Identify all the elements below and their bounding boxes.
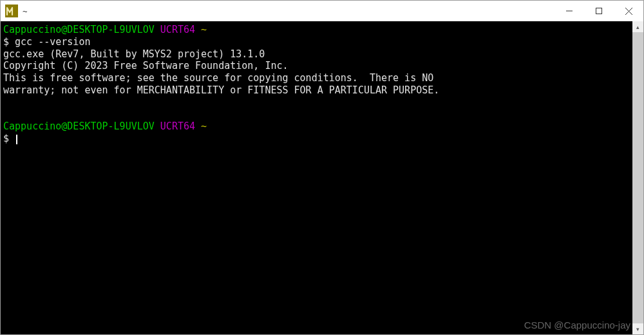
prompt-userhost: Cappuccino@DESKTOP-L9UVLOV: [3, 24, 155, 35]
command-text: gcc --version: [15, 36, 90, 48]
window-title: ~: [23, 6, 28, 16]
output-line: warranty; not even for MERCHANTABILITY o…: [3, 84, 629, 97]
prompt-symbol: $: [3, 133, 9, 144]
terminal-content[interactable]: Cappuccino@DESKTOP-L9UVLOV UCRT64 ~$ gcc…: [1, 21, 632, 334]
titlebar: ~: [1, 1, 643, 21]
window-controls: [554, 1, 643, 21]
output-line: Copyright (C) 2023 Free Software Foundat…: [3, 60, 629, 72]
prompt-dir: ~: [201, 24, 207, 35]
prompt-userhost: Cappuccino@DESKTOP-L9UVLOV: [3, 120, 155, 132]
svg-rect-2: [596, 8, 602, 14]
vertical-scrollbar[interactable]: ▴ ▾: [632, 21, 643, 334]
prompt-line-1: Cappuccino@DESKTOP-L9UVLOV UCRT64 ~: [3, 24, 629, 36]
terminal-body: Cappuccino@DESKTOP-L9UVLOV UCRT64 ~$ gcc…: [1, 21, 643, 334]
blank-line: [3, 108, 629, 120]
output-line: gcc.exe (Rev7, Built by MSYS2 project) 1…: [3, 48, 629, 61]
close-button[interactable]: [614, 1, 643, 21]
prompt-symbol: $: [3, 36, 9, 48]
prompt-dir: ~: [201, 120, 207, 132]
terminal-window: ~ Cappuccino@DESKTOP-L9UVLOV UCRT64 ~$ g…: [0, 0, 644, 335]
cursor-icon: [16, 135, 17, 144]
scroll-up-icon[interactable]: ▴: [632, 21, 643, 32]
maximize-button[interactable]: [584, 1, 614, 21]
prompt-line-2: Cappuccino@DESKTOP-L9UVLOV UCRT64 ~: [3, 120, 629, 133]
scroll-thumb[interactable]: [632, 32, 643, 323]
output-line: This is free software; see the source fo…: [3, 72, 629, 84]
minimize-button[interactable]: [554, 1, 584, 21]
prompt-input-line[interactable]: $: [3, 133, 629, 145]
msys2-icon: [5, 4, 19, 18]
prompt-env: UCRT64: [160, 120, 195, 132]
scroll-down-icon[interactable]: ▾: [632, 323, 643, 334]
prompt-env: UCRT64: [160, 24, 195, 35]
command-line: $ gcc --version: [3, 36, 629, 48]
blank-line: [3, 97, 629, 109]
scroll-track[interactable]: [632, 32, 643, 323]
